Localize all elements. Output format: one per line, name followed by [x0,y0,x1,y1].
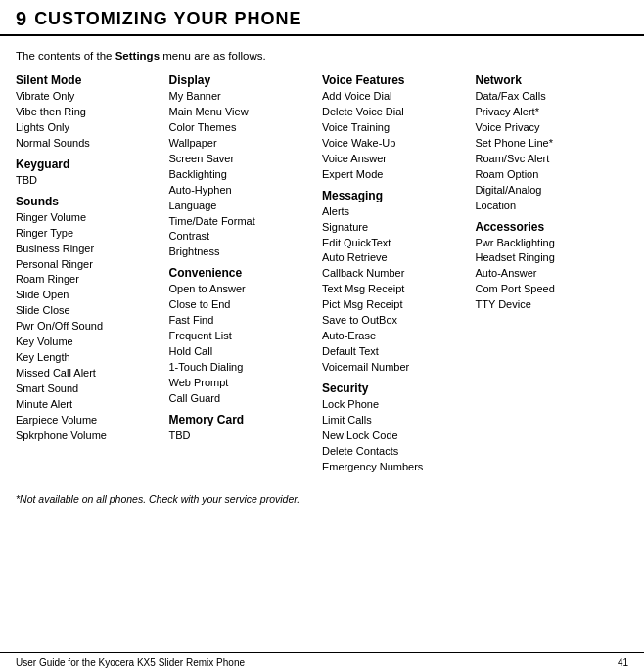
footnote: *Not available on all phones. Check with… [16,493,628,505]
menu-item: TTY Device [476,297,623,313]
section-header-messaging: Messaging [322,189,470,202]
page-container: 9 Customizing Your Phone The contents of… [0,0,644,672]
menu-item: Alerts [322,204,470,220]
menu-item: Pwr On/Off Sound [16,319,163,335]
menu-item: Close to End [169,297,317,313]
menu-item: Web Prompt [169,376,317,391]
menu-item: Edit QuickText [322,236,470,251]
menu-item: Headset Ringing [476,250,623,266]
menu-item: Backlighting [169,167,317,183]
menu-item: Set Phone Line* [476,136,623,152]
menu-item: Wallpaper [169,136,317,152]
page-header: 9 Customizing Your Phone [0,0,644,36]
menu-item: Call Guard [169,391,317,407]
menu-item: Ringer Type [16,226,163,242]
menu-item: Voicemail Number [322,360,470,376]
menu-item: Missed Call Alert [16,366,163,381]
menu-item: Time/Date Format [169,214,317,230]
menu-item: Save to OutBox [322,313,470,329]
intro-bold-word: Settings [115,50,160,62]
intro-paragraph: The contents of the Settings menu are as… [16,50,628,62]
menu-item: Text Msg Receipt [322,282,470,297]
menu-item: Voice Answer [322,152,470,167]
chapter-number: 9 [16,8,26,30]
menu-item: Voice Privacy [476,120,623,136]
menu-item: Delete Voice Dial [322,105,470,120]
menu-item: Color Themes [169,120,317,136]
menu-item: Auto-Answer [476,266,623,282]
section-header-sounds: Sounds [16,195,163,208]
menu-column-col1: Silent ModeVibrate OnlyVibe then RingLig… [16,73,169,475]
menu-item: Slide Open [16,288,163,303]
intro-text-before: The contents of the [16,50,115,62]
footer-page-number: 41 [618,657,628,668]
menu-item: Ringer Volume [16,210,163,226]
menu-item: Privacy Alert* [476,105,623,120]
menu-item: Brightness [169,245,317,260]
menu-item: Voice Wake-Up [322,136,470,152]
menu-item: Lock Phone [322,397,470,413]
menu-item: Add Voice Dial [322,89,470,105]
menu-item: Screen Saver [169,152,317,167]
menu-item: Contrast [169,229,317,245]
menu-item: Location [476,199,623,214]
menu-item: TBD [169,428,317,444]
menu-item: Business Ringer [16,242,163,257]
menu-item: Roam Ringer [16,272,163,288]
menu-item: Auto-Hyphen [169,183,317,199]
section-header-convenience: Convenience [169,266,317,280]
chapter-title: Customizing Your Phone [34,9,301,29]
menu-item: Frequent List [169,329,317,344]
menu-item: Key Volume [16,335,163,350]
menu-item: Com Port Speed [476,282,623,297]
menu-item: Auto-Erase [322,329,470,344]
menu-item: Fast Find [169,313,317,329]
footer-left-text: User Guide for the Kyocera KX5 Slider Re… [16,657,245,668]
section-header-security: Security [322,381,470,395]
menu-item: Data/Fax Calls [476,89,623,105]
menu-item: Vibe then Ring [16,105,163,120]
content-area: The contents of the Settings menu are as… [0,36,644,652]
menu-item: Callback Number [322,266,470,282]
menu-item: Lights Only [16,120,163,136]
section-header-network: Network [476,73,623,87]
section-header-memory-card: Memory Card [169,413,317,426]
intro-text-after: menu are as follows. [160,50,266,62]
menu-item: Normal Sounds [16,136,163,152]
menu-item: Expert Mode [322,167,470,183]
menu-item: Emergency Numbers [322,460,470,475]
menu-item: New Lock Code [322,428,470,444]
menu-item: Smart Sound [16,381,163,397]
menu-column-col4: NetworkData/Fax CallsPrivacy Alert*Voice… [476,73,629,475]
menu-item: Language [169,199,317,214]
menu-item: Open to Answer [169,282,317,297]
menu-item: Roam Option [476,167,623,183]
menu-item: Hold Call [169,344,317,360]
menu-item: Auto Retrieve [322,250,470,266]
menu-item: Voice Training [322,120,470,136]
menu-columns: Silent ModeVibrate OnlyVibe then RingLig… [16,73,628,475]
menu-item: Key Length [16,350,163,366]
menu-item: Digital/Analog [476,183,623,199]
menu-item: My Banner [169,89,317,105]
section-header-silent-mode: Silent Mode [16,73,163,87]
menu-item: Minute Alert [16,397,163,413]
menu-item: 1-Touch Dialing [169,360,317,376]
menu-item: Pict Msg Receipt [322,297,470,313]
section-header-voice-features: Voice Features [322,73,470,87]
menu-item: Delete Contacts [322,444,470,460]
menu-item: Roam/Svc Alert [476,152,623,167]
menu-item: Limit Calls [322,413,470,428]
menu-item: Personal Ringer [16,257,163,273]
menu-item: Spkrphone Volume [16,428,163,444]
menu-item: Vibrate Only [16,89,163,105]
menu-item: Earpiece Volume [16,413,163,428]
menu-column-col2: DisplayMy BannerMain Menu ViewColor Them… [169,73,323,475]
section-header-accessories: Accessories [476,220,623,234]
menu-item: TBD [16,173,163,189]
menu-item: Default Text [322,344,470,360]
menu-item: Slide Close [16,303,163,319]
menu-item: Pwr Backlighting [476,236,623,251]
menu-column-col3: Voice FeaturesAdd Voice DialDelete Voice… [322,73,476,475]
section-header-display: Display [169,73,317,87]
